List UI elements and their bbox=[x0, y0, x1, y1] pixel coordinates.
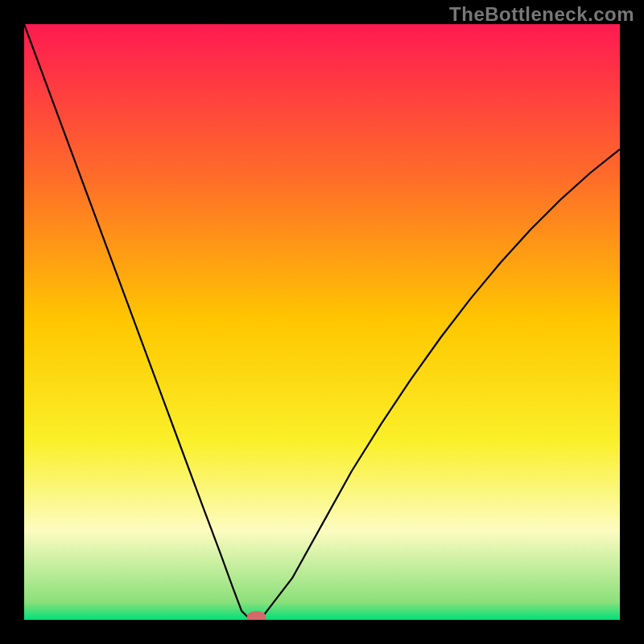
gradient-background bbox=[24, 24, 620, 620]
attribution-text: TheBottleneck.com bbox=[449, 3, 634, 26]
chart-container: TheBottleneck.com bbox=[0, 0, 644, 644]
plot-area bbox=[24, 24, 620, 620]
chart-svg bbox=[24, 24, 620, 620]
